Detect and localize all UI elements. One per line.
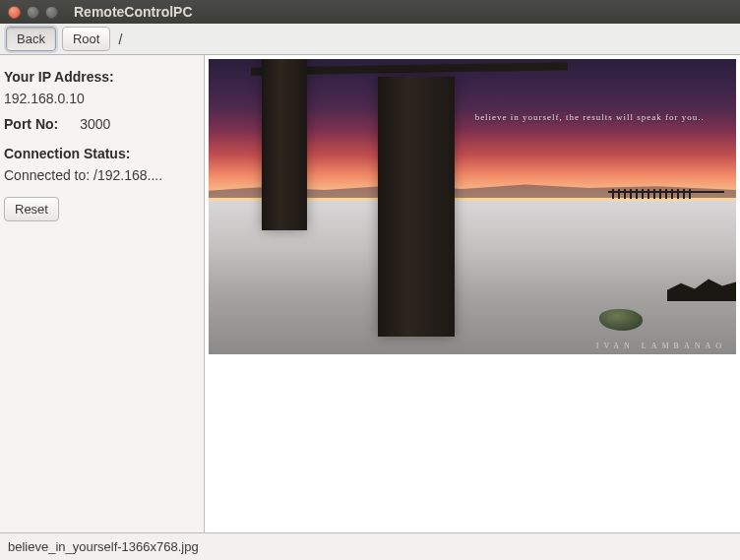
root-button[interactable]: Root bbox=[62, 27, 110, 51]
reset-button[interactable]: Reset bbox=[4, 197, 59, 221]
maximize-window-button[interactable] bbox=[45, 6, 58, 19]
status-filename: believe_in_yourself-1366x768.jpg bbox=[8, 539, 199, 554]
image-quote: believe in yourself, the results will sp… bbox=[475, 112, 705, 122]
port-label: Port No: bbox=[4, 116, 58, 132]
statusbar: believe_in_yourself-1366x768.jpg bbox=[0, 532, 740, 560]
main-panel: believe in yourself, the results will sp… bbox=[205, 55, 740, 532]
image-preview[interactable]: believe in yourself, the results will sp… bbox=[209, 59, 736, 354]
titlebar: RemoteControlPC bbox=[0, 0, 740, 24]
image-column-left bbox=[262, 59, 307, 230]
toolbar: Back Root / bbox=[0, 24, 740, 55]
connection-status-value: Connected to: /192.168.... bbox=[4, 165, 198, 193]
ip-label: Your IP Address: bbox=[4, 65, 198, 89]
window-controls bbox=[0, 6, 66, 19]
image-pier bbox=[612, 189, 720, 199]
image-column-main bbox=[378, 77, 455, 337]
port-value: 3000 bbox=[80, 116, 110, 132]
ip-value: 192.168.0.10 bbox=[4, 89, 198, 116]
sidebar: Your IP Address: 192.168.0.10 Port No: 3… bbox=[0, 55, 205, 532]
back-button[interactable]: Back bbox=[6, 27, 56, 51]
image-signature: IVAN LAMBANAO bbox=[596, 342, 726, 350]
path-label: / bbox=[116, 31, 122, 47]
window-title: RemoteControlPC bbox=[66, 4, 193, 20]
port-row: Port No: 3000 bbox=[4, 116, 198, 142]
connection-status-label: Connection Status: bbox=[4, 142, 198, 165]
close-window-button[interactable] bbox=[8, 6, 21, 19]
content: Your IP Address: 192.168.0.10 Port No: 3… bbox=[0, 55, 740, 532]
minimize-window-button[interactable] bbox=[27, 6, 39, 19]
